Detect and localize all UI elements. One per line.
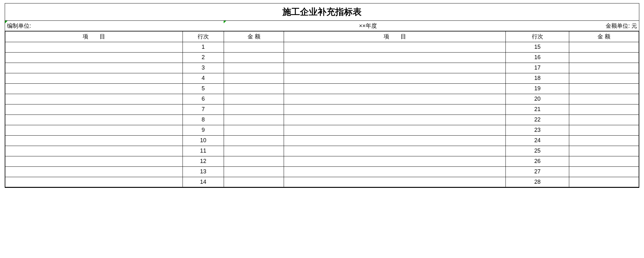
cell-amount-left <box>224 94 284 104</box>
cell-amount-left <box>224 156 284 166</box>
header-line-left: 行次 <box>183 31 224 42</box>
cell-item-right <box>284 115 506 125</box>
cell-item-right <box>284 177 506 187</box>
cell-amount-left <box>224 125 284 135</box>
header-amount-right: 金 额 <box>569 31 639 42</box>
cell-item-left <box>5 177 183 187</box>
cell-amount-right <box>569 73 639 83</box>
cell-item-right <box>284 52 506 63</box>
table-row: 519 <box>5 83 639 94</box>
cell-line-left: 8 <box>183 115 224 125</box>
cell-line-right: 15 <box>506 42 569 52</box>
cell-line-right: 26 <box>506 156 569 166</box>
cell-amount-left <box>224 83 284 94</box>
cell-line-left: 5 <box>183 83 224 94</box>
cell-item-left <box>5 166 183 177</box>
table-header-row: 项 目 行次 金 额 项 目 行次 金 额 <box>5 31 639 42</box>
cell-item-left <box>5 94 183 104</box>
cell-amount-left <box>224 115 284 125</box>
cell-line-right: 16 <box>506 52 569 63</box>
cell-item-right <box>284 104 506 115</box>
table-row: 1125 <box>5 146 639 156</box>
table-row: 1428 <box>5 177 639 187</box>
cell-item-right <box>284 146 506 156</box>
cell-item-left <box>5 73 183 83</box>
table-row: 216 <box>5 52 639 63</box>
cell-line-left: 9 <box>183 125 224 135</box>
cell-line-left: 13 <box>183 166 224 177</box>
cell-amount-left <box>224 177 284 187</box>
unit-label: 编制单位: <box>7 23 31 29</box>
cell-amount-right <box>569 63 639 73</box>
cell-line-right: 18 <box>506 73 569 83</box>
document-title: 施工企业补充指标表 <box>5 3 639 21</box>
cell-amount-right <box>569 104 639 115</box>
cell-amount-right <box>569 115 639 125</box>
cell-item-left <box>5 104 183 115</box>
cell-item-right <box>284 42 506 52</box>
cell-line-right: 28 <box>506 177 569 187</box>
table-row: 115 <box>5 42 639 52</box>
cell-line-right: 25 <box>506 146 569 156</box>
period-cell: ××年度 <box>224 21 512 31</box>
cell-item-left <box>5 42 183 52</box>
cell-line-left: 1 <box>183 42 224 52</box>
data-table: 项 目 行次 金 额 项 目 行次 金 额 115216317418519620… <box>5 31 639 188</box>
table-body: 1152163174185196207218229231024112512261… <box>5 42 639 187</box>
cell-amount-right <box>569 135 639 146</box>
cell-item-right <box>284 83 506 94</box>
cell-item-left <box>5 83 183 94</box>
cell-line-left: 6 <box>183 94 224 104</box>
cell-item-right <box>284 125 506 135</box>
cell-line-left: 2 <box>183 52 224 63</box>
currency-label: 金额单位: 元 <box>512 21 639 31</box>
cell-amount-right <box>569 94 639 104</box>
cell-amount-right <box>569 166 639 177</box>
cell-amount-left <box>224 63 284 73</box>
header-line-right: 行次 <box>506 31 569 42</box>
table-row: 620 <box>5 94 639 104</box>
cell-line-right: 20 <box>506 94 569 104</box>
info-row: 编制单位: ××年度 金额单位: 元 <box>5 21 639 31</box>
cell-amount-left <box>224 42 284 52</box>
table-row: 1024 <box>5 135 639 146</box>
cell-item-right <box>284 135 506 146</box>
cell-line-left: 14 <box>183 177 224 187</box>
cell-amount-left <box>224 104 284 115</box>
cell-amount-right <box>569 146 639 156</box>
cell-marker-icon <box>5 21 8 23</box>
table-row: 923 <box>5 125 639 135</box>
period-label: ××年度 <box>359 23 377 29</box>
cell-amount-right <box>569 52 639 63</box>
cell-item-right <box>284 94 506 104</box>
cell-item-left <box>5 125 183 135</box>
cell-item-right <box>284 166 506 177</box>
cell-amount-left <box>224 73 284 83</box>
cell-marker-icon <box>224 21 226 23</box>
table-row: 317 <box>5 63 639 73</box>
cell-item-right <box>284 156 506 166</box>
cell-line-left: 4 <box>183 73 224 83</box>
cell-amount-right <box>569 42 639 52</box>
cell-line-left: 3 <box>183 63 224 73</box>
cell-amount-right <box>569 156 639 166</box>
cell-line-left: 10 <box>183 135 224 146</box>
cell-item-left <box>5 63 183 73</box>
cell-line-left: 12 <box>183 156 224 166</box>
cell-amount-left <box>224 135 284 146</box>
cell-amount-right <box>569 83 639 94</box>
cell-item-left <box>5 156 183 166</box>
cell-amount-left <box>224 52 284 63</box>
cell-item-left <box>5 146 183 156</box>
table-row: 1327 <box>5 166 639 177</box>
cell-line-left: 7 <box>183 104 224 115</box>
cell-amount-left <box>224 146 284 156</box>
cell-line-right: 22 <box>506 115 569 125</box>
table-row: 1226 <box>5 156 639 166</box>
cell-amount-right <box>569 177 639 187</box>
cell-line-left: 11 <box>183 146 224 156</box>
cell-line-right: 17 <box>506 63 569 73</box>
cell-line-right: 21 <box>506 104 569 115</box>
cell-amount-right <box>569 125 639 135</box>
cell-item-left <box>5 115 183 125</box>
